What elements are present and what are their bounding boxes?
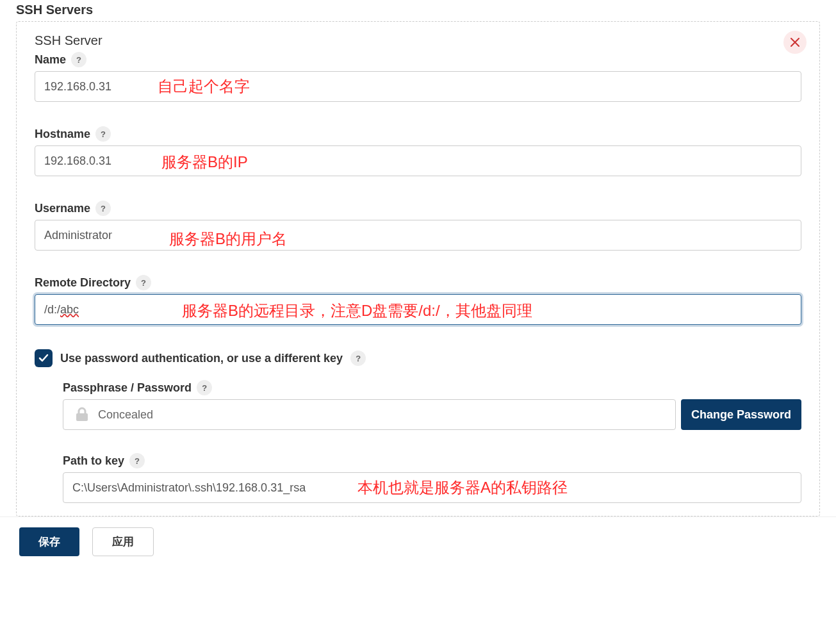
close-button[interactable] [783, 31, 807, 54]
remote-directory-label: Remote Directory [35, 276, 131, 290]
check-icon [38, 353, 49, 363]
field-hostname: Hostname ? 服务器B的IP [35, 126, 801, 176]
apply-button[interactable]: 应用 [92, 527, 154, 556]
passphrase-display: Concealed [63, 399, 676, 430]
help-icon[interactable]: ? [95, 201, 111, 216]
field-username: Username ? 服务器B的用户名 [35, 201, 801, 251]
field-path-to-key: Path to key ? 本机也就是服务器A的私钥路径 [63, 453, 801, 503]
help-icon[interactable]: ? [129, 453, 145, 468]
remote-directory-input[interactable]: /d:/abc [35, 294, 801, 325]
path-to-key-label: Path to key [63, 454, 124, 468]
close-icon [791, 38, 799, 47]
passphrase-label: Passphrase / Password [63, 381, 192, 395]
field-remote-directory: Remote Directory ? /d:/abc 服务器B的远程目录，注意D… [35, 275, 801, 325]
ssh-server-panel: SSH Server Name ? 自己起个名字 Hostname ? 服务器B… [16, 21, 820, 516]
use-password-auth-label: Use password authentication, or use a di… [60, 352, 343, 365]
name-input[interactable] [35, 71, 801, 102]
lock-icon [72, 407, 92, 422]
hostname-input[interactable] [35, 145, 801, 176]
panel-title: SSH Server [35, 33, 801, 48]
help-icon[interactable]: ? [95, 126, 111, 142]
passphrase-value: Concealed [98, 408, 153, 422]
path-to-key-input[interactable] [63, 472, 801, 503]
username-input[interactable] [35, 220, 801, 251]
use-password-auth-row: Use password authentication, or use a di… [35, 349, 801, 367]
help-icon[interactable]: ? [136, 275, 151, 290]
svg-rect-0 [76, 413, 88, 421]
help-icon[interactable]: ? [71, 52, 86, 67]
hostname-label: Hostname [35, 128, 90, 141]
remote-dir-value-suffix: abc [60, 303, 79, 317]
help-icon[interactable]: ? [197, 380, 212, 395]
use-password-auth-checkbox[interactable] [35, 349, 53, 367]
change-password-button[interactable]: Change Password [681, 399, 801, 430]
footer-bar: 保存 应用 [0, 516, 836, 565]
username-label: Username [35, 202, 90, 215]
section-title: SSH Servers [16, 3, 820, 17]
field-name: Name ? 自己起个名字 [35, 52, 801, 102]
help-icon[interactable]: ? [350, 351, 366, 366]
auth-subsection: Passphrase / Password ? Concealed Change… [63, 380, 801, 503]
save-button[interactable]: 保存 [19, 527, 79, 556]
remote-dir-value-prefix: /d:/ [44, 303, 60, 317]
name-label: Name [35, 53, 66, 67]
